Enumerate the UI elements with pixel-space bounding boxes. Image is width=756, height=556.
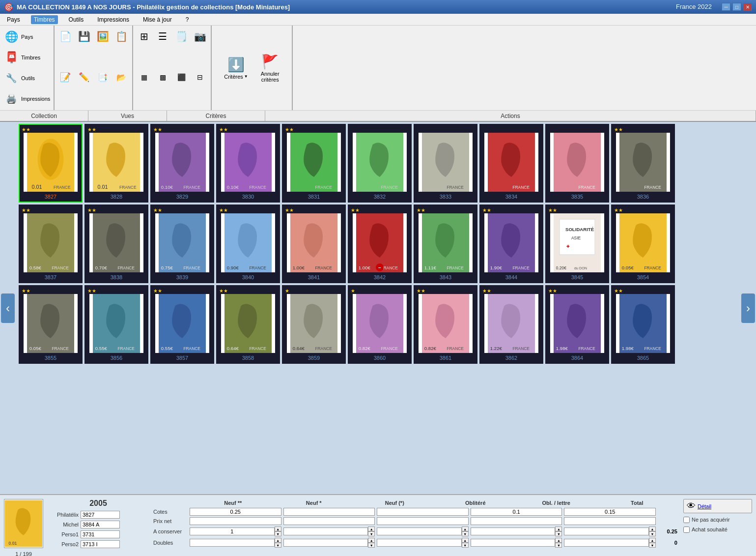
doubles-neuf1-input[interactable]	[283, 539, 368, 547]
stamp-3844[interactable]: ★★ 1.90€ FRANCE 3844	[479, 205, 543, 283]
collection-add-icon[interactable]: 📝	[56, 68, 74, 86]
stamp-3845[interactable]: ★★ SOLIDARITÉ ASIE ✚ 0.20€ du DON	[545, 205, 609, 283]
aconserver-neuf1-input[interactable]	[283, 527, 368, 535]
menu-miseajour[interactable]: Mise à jour	[140, 15, 175, 24]
doubles-obll-input[interactable]	[564, 539, 649, 547]
stamp-3833[interactable]: FRANCE 3833	[414, 124, 477, 203]
db-obll-up[interactable]: ▲	[649, 538, 656, 543]
cotes-neuf0-input[interactable]	[377, 508, 469, 516]
aconserver-neuf2-input[interactable]	[190, 527, 275, 535]
stamp-3864[interactable]: ★★ 1.98€ FRANCE 3864	[545, 285, 609, 364]
db-n2-down[interactable]: ▼	[275, 543, 281, 548]
db-n1-down[interactable]: ▼	[368, 543, 375, 548]
ac-obll-down[interactable]: ▼	[649, 531, 656, 536]
prixnet-neuf1-input[interactable]	[283, 517, 375, 525]
perso2-input[interactable]	[81, 540, 120, 548]
menu-impressions[interactable]: Impressions	[94, 15, 132, 24]
stamp-3860[interactable]: ★ 0.82€ FRANCE 3860	[348, 285, 412, 364]
doubles-neuf0-input[interactable]	[377, 539, 462, 547]
quick-pays-btn[interactable]: 🌐 Pays	[2, 28, 34, 46]
close-button[interactable]: ✕	[743, 3, 752, 11]
ac-obll-up[interactable]: ▲	[649, 527, 656, 531]
stamp-3828[interactable]: ★★ 0.01 FRANCE 3828	[84, 124, 148, 203]
aconserver-obll-input[interactable]	[564, 527, 649, 535]
minimize-button[interactable]: ─	[722, 3, 730, 11]
menu-timbres[interactable]: Timbres	[31, 15, 58, 24]
vues-small-icon[interactable]: ▦	[135, 68, 153, 86]
stamp-3859[interactable]: ★ 0.64€ FRANCE 3859	[282, 285, 346, 364]
collection-img-icon[interactable]: 🖼️	[94, 28, 112, 45]
detail-detail-btn[interactable]: 👁 Détail	[683, 499, 752, 513]
nav-left-arrow[interactable]: ‹	[1, 293, 15, 323]
stamp-3841[interactable]: ★★ 1.00€ FRANCE 3841	[282, 205, 346, 283]
section-vues[interactable]: Vues	[88, 111, 167, 121]
collection-move-icon[interactable]: 📂	[112, 68, 130, 86]
vues-large-icon[interactable]: ⬛	[172, 68, 190, 86]
prixnet-neuf2-input[interactable]	[190, 517, 281, 525]
prixnet-obl-lettre-input[interactable]	[564, 517, 656, 525]
db-obl-up[interactable]: ▲	[555, 538, 562, 543]
prixnet-oblitere-input[interactable]	[471, 517, 562, 525]
section-criteres[interactable]: Critères	[167, 111, 265, 121]
doubles-obl-input[interactable]	[471, 539, 556, 547]
ac-obl-up[interactable]: ▲	[555, 527, 562, 531]
stamp-3857[interactable]: ★★ 0.55€ FRANCE 3857	[150, 285, 214, 364]
ac-obl-down[interactable]: ▼	[555, 531, 562, 536]
vues-split-icon[interactable]: ⊟	[191, 68, 209, 86]
stamp-3862[interactable]: ★★ 1.22€ FRANCE 3862	[479, 285, 543, 364]
stamp-3837[interactable]: ★★ 0.58€ FRANCE 3837	[19, 205, 83, 283]
collection-save-icon[interactable]: 💾	[75, 28, 93, 45]
philatelix-input[interactable]	[81, 511, 120, 519]
stamp-3831[interactable]: ★★ FRANCE 3831	[282, 124, 346, 203]
db-n2-up[interactable]: ▲	[275, 538, 281, 543]
aconserver-neuf2-up[interactable]: ▲	[275, 527, 281, 531]
section-collection[interactable]: Collection	[0, 111, 88, 121]
db-obll-down[interactable]: ▼	[649, 543, 656, 548]
stamp-3861[interactable]: ★★ 0.82€ FRANCE 3861	[414, 285, 477, 364]
cotes-obl-lettre-input[interactable]	[564, 508, 656, 516]
quick-impressions-btn[interactable]: 🖨️ Impressions	[2, 89, 52, 108]
stamp-3856[interactable]: ★★ 0.55€ FRANCE 3856	[84, 285, 148, 364]
ac-n1-up[interactable]: ▲	[368, 527, 375, 531]
cotes-neuf1-input[interactable]	[283, 508, 375, 516]
collection-copy-icon[interactable]: 📋	[112, 28, 130, 45]
ne-pas-checkbox[interactable]	[683, 517, 690, 523]
stamp-3832[interactable]: FRANCE 3832	[348, 124, 412, 203]
prixnet-neuf0-input[interactable]	[377, 517, 469, 525]
collection-edit-icon[interactable]: ✏️	[75, 68, 93, 86]
stamp-3836[interactable]: ★★ FRANCE 3836	[611, 124, 675, 203]
stamp-3829[interactable]: ★★ 0.10€ FRANCE 3829	[150, 124, 214, 203]
db-obl-down[interactable]: ▼	[555, 543, 562, 548]
aconserver-obl-input[interactable]	[471, 527, 556, 535]
perso1-input[interactable]	[81, 530, 120, 538]
criteres-filter-btn[interactable]: ⬇️ Critères ▼	[220, 54, 252, 82]
quick-outils-btn[interactable]: 🔧 Outils	[2, 69, 36, 88]
stamp-3835[interactable]: FRANCE 3835	[545, 124, 609, 203]
menu-help[interactable]: ?	[183, 15, 192, 24]
maximize-button[interactable]: □	[732, 3, 741, 11]
stamp-3834[interactable]: FRANCE 3834	[479, 124, 543, 203]
nav-right-arrow[interactable]: ›	[741, 293, 755, 323]
quick-timbres-btn[interactable]: 📮 Timbres	[2, 48, 42, 67]
collection-new-icon[interactable]: 📄	[56, 28, 74, 45]
cotes-neuf2-input[interactable]	[190, 508, 281, 516]
stamp-3827[interactable]: ★★ 0.01 FRANCE 3827	[19, 124, 83, 203]
stamp-3839[interactable]: ★★ 0.75€ FRANCE 3839	[150, 205, 214, 283]
ac-n0-down[interactable]: ▼	[462, 531, 469, 536]
vues-photo-icon[interactable]: 📷	[191, 28, 209, 45]
collection-copy2-icon[interactable]: 📑	[94, 68, 112, 86]
stamp-3843[interactable]: ★★ 1.11€ FRANCE 3843	[414, 205, 477, 283]
aconserver-neuf2-down[interactable]: ▼	[275, 531, 281, 536]
stamp-3854[interactable]: ★★ 0.05€ FRANCE 3854	[611, 205, 675, 283]
vues-detail-icon[interactable]: 🗒️	[172, 28, 190, 45]
ac-n1-down[interactable]: ▼	[368, 531, 375, 536]
stamp-3838[interactable]: ★★ 0.70€ FRANCE 3838	[84, 205, 148, 283]
db-n0-down[interactable]: ▼	[462, 543, 469, 548]
stamp-3858[interactable]: ★★ 0.64€ FRANCE 3858	[216, 285, 280, 364]
section-actions[interactable]: Actions	[265, 111, 756, 121]
stamp-3840[interactable]: ★★ 0.90€ FRANCE 3840	[216, 205, 280, 283]
aconserver-neuf0-input[interactable]	[377, 527, 462, 535]
menu-pays[interactable]: Pays	[4, 15, 23, 24]
db-n0-up[interactable]: ▲	[462, 538, 469, 543]
stamp-3865[interactable]: ★★ 1.98€ FRANCE 3865	[611, 285, 675, 364]
